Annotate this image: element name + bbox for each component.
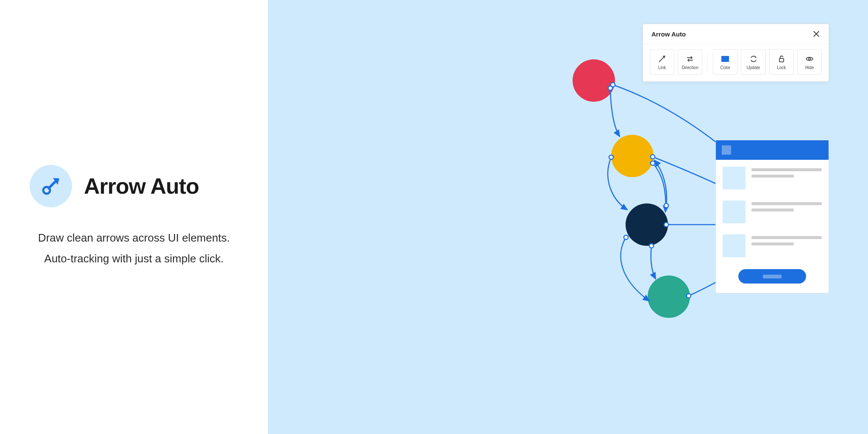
svg-rect-7	[779, 58, 784, 62]
ui-mockup-card	[715, 140, 829, 293]
text-placeholder	[751, 234, 822, 257]
thumbnail-placeholder	[723, 200, 746, 223]
link-label: Link	[658, 65, 666, 70]
svg-line-1	[49, 181, 56, 188]
toolbar-panel: Arrow Auto Link Direction Color	[643, 24, 829, 82]
thumbnail-placeholder	[723, 234, 746, 257]
toolbar-title: Arrow Auto	[651, 31, 686, 38]
hide-label: Hide	[805, 65, 814, 70]
lock-label: Lock	[777, 65, 786, 70]
svg-line-3	[659, 57, 664, 62]
refresh-icon	[749, 54, 758, 64]
app-subtitle-1: Draw clean arrows across UI elements.	[30, 228, 238, 248]
toolbar-separator	[707, 53, 708, 71]
hide-button[interactable]: Hide	[797, 49, 822, 75]
eye-icon	[805, 54, 814, 64]
update-label: Update	[746, 65, 760, 70]
lock-icon	[777, 54, 786, 64]
toolbar-header: Arrow Auto	[643, 24, 829, 44]
mockup-cta-button[interactable]	[738, 269, 806, 284]
node-red[interactable]	[573, 59, 615, 102]
lock-button[interactable]: Lock	[769, 49, 794, 75]
svg-point-16	[664, 203, 668, 208]
node-navy[interactable]	[626, 203, 668, 246]
text-placeholder	[751, 167, 822, 189]
color-icon	[721, 54, 730, 64]
mockup-header-icon	[722, 145, 731, 155]
info-panel: Arrow Auto Draw clean arrows across UI e…	[0, 0, 268, 434]
app-title: Arrow Auto	[84, 173, 199, 199]
svg-point-18	[624, 235, 628, 239]
close-icon[interactable]	[812, 30, 820, 38]
swap-icon	[685, 54, 695, 64]
update-button[interactable]: Update	[741, 49, 765, 75]
text-placeholder	[751, 200, 822, 223]
list-item	[716, 228, 829, 262]
node-teal[interactable]	[648, 275, 690, 318]
direction-label: Direction	[682, 65, 698, 70]
color-label: Color	[720, 65, 730, 70]
node-yellow[interactable]	[611, 135, 654, 177]
arrow-logo-icon	[39, 174, 63, 198]
thumbnail-placeholder	[723, 167, 746, 189]
color-button[interactable]: Color	[713, 49, 737, 75]
list-item	[716, 194, 829, 228]
app-logo	[30, 165, 72, 207]
app-subtitle-2: Auto-tracking with just a simple click.	[30, 248, 238, 269]
logo-row: Arrow Auto	[30, 165, 238, 207]
mockup-header	[716, 140, 829, 160]
link-button[interactable]: Link	[650, 49, 674, 75]
toolbar-body: Link Direction Color Update	[643, 44, 829, 81]
demo-canvas: Arrow Auto Link Direction Color	[268, 0, 868, 434]
list-item	[716, 160, 829, 194]
direction-button[interactable]: Direction	[678, 49, 702, 75]
svg-point-8	[808, 58, 810, 60]
arrow-icon	[657, 54, 667, 64]
